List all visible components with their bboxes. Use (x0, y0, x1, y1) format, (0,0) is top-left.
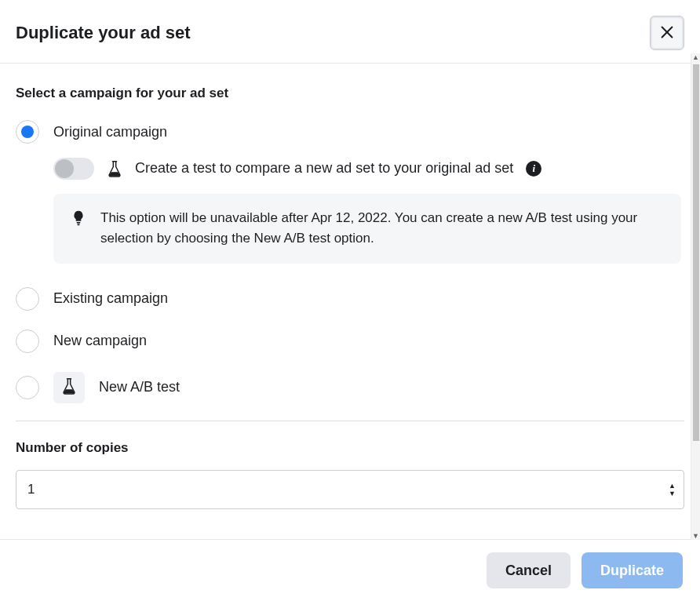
beaker-icon (107, 159, 122, 178)
scroll-thumb[interactable] (693, 64, 699, 441)
radio-new-ab-test[interactable]: New A/B test (16, 372, 684, 403)
radio-label-existing: Existing campaign (53, 290, 168, 307)
deprecation-notice: This option will be unavailable after Ap… (53, 194, 681, 264)
radio-new-campaign[interactable]: New campaign (16, 330, 684, 353)
scrollbar[interactable]: ▲ ▼ (691, 53, 700, 540)
ab-test-badge (53, 372, 85, 403)
radio-label-ab: New A/B test (99, 379, 180, 395)
modal-footer: Cancel Duplicate (0, 539, 700, 601)
copies-input[interactable] (27, 482, 669, 497)
campaign-section-label: Select a campaign for your ad set (16, 86, 684, 101)
close-button[interactable] (650, 16, 684, 50)
radio-input-original[interactable] (16, 120, 39, 144)
scroll-down-icon[interactable]: ▼ (691, 532, 700, 540)
section-divider (16, 421, 684, 421)
duplicate-adset-modal: Duplicate your ad set Select a campaign … (0, 0, 700, 601)
beaker-icon (61, 377, 77, 399)
copies-section-label: Number of copies (16, 440, 684, 456)
notice-text: This option will be unavailable after Ap… (100, 208, 664, 250)
modal-header: Duplicate your ad set (0, 0, 700, 63)
modal-title: Duplicate your ad set (16, 23, 191, 43)
copies-input-wrap[interactable]: ▲ ▼ (16, 470, 684, 509)
radio-input-ab[interactable] (16, 376, 39, 399)
radio-original-campaign[interactable]: Original campaign (16, 120, 684, 144)
info-icon[interactable]: i (526, 161, 541, 177)
duplicate-button[interactable]: Duplicate (582, 552, 683, 588)
svg-rect-2 (77, 222, 81, 224)
modal-body[interactable]: Select a campaign for your ad set Origin… (0, 63, 700, 539)
cancel-button[interactable]: Cancel (487, 552, 571, 588)
radio-label-original: Original campaign (53, 124, 167, 140)
stepper-up-icon[interactable]: ▲ (669, 483, 676, 489)
stepper-down-icon[interactable]: ▼ (669, 490, 676, 497)
radio-input-existing[interactable] (16, 287, 39, 311)
radio-label-new: New campaign (53, 333, 147, 349)
create-test-toggle[interactable] (53, 158, 94, 180)
radio-input-new[interactable] (16, 330, 39, 353)
radio-existing-campaign[interactable]: Existing campaign (16, 287, 684, 311)
scroll-up-icon[interactable]: ▲ (691, 53, 700, 61)
copies-stepper[interactable]: ▲ ▼ (669, 483, 676, 497)
svg-rect-3 (77, 224, 79, 226)
close-icon (658, 24, 676, 43)
original-campaign-nested: Create a test to compare a new ad set to… (53, 158, 684, 264)
lightbulb-icon (71, 209, 86, 230)
create-test-label: Create a test to compare a new ad set to… (135, 159, 513, 177)
create-test-toggle-row: Create a test to compare a new ad set to… (53, 158, 684, 180)
